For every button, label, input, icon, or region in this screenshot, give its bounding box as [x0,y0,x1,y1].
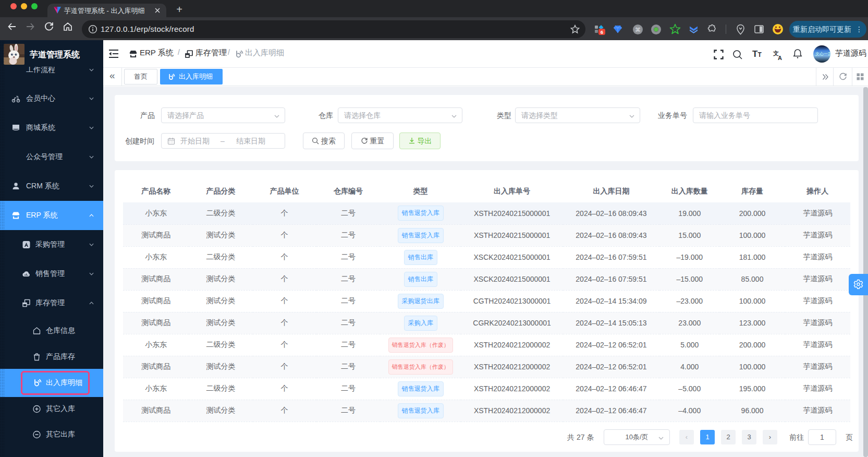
svg-text:6: 6 [601,29,603,35]
svg-text:⌘: ⌘ [635,27,641,33]
svg-text:A: A [778,55,782,61]
